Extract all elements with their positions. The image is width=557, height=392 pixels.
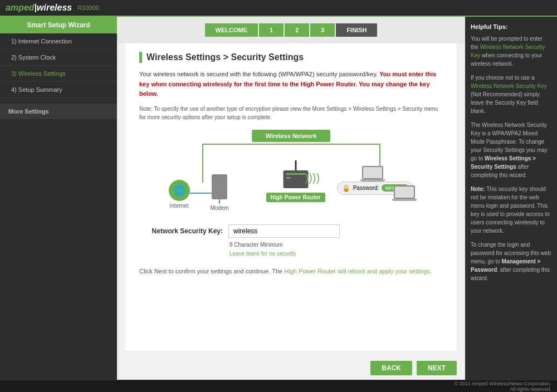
smart-setup-button[interactable]: Smart Setup Wizard xyxy=(0,17,117,33)
cable-h xyxy=(190,193,212,194)
next-button[interactable]: NEXT xyxy=(417,361,457,375)
modem-label: Modem xyxy=(211,205,229,211)
copyright: © 2011 Amped Wireless/Newo Corporation. xyxy=(455,381,551,386)
wireless-network-label: Wireless Network xyxy=(252,130,331,142)
helpful-tips-title: Helpful Tips: xyxy=(471,23,551,30)
security-key-label: Network Security Key: xyxy=(139,227,223,235)
step-1: 1 xyxy=(259,23,284,37)
form-hints: 8 Character Minimum Leave blank for no s… xyxy=(229,241,443,258)
internet-group: 🌐 Internet xyxy=(169,180,190,209)
modem-group: Modem xyxy=(211,174,229,211)
router-body xyxy=(283,170,308,188)
footer-text: © 2011 Amped Wireless/Newo Corporation. … xyxy=(455,381,551,392)
laptop-screen-2 xyxy=(394,185,415,199)
content-area: WELCOME 1 2 3 FINISH Wireless Settings >… xyxy=(117,17,465,380)
hint-min-chars: 8 Character Minimum xyxy=(229,241,443,249)
sidebar: Smart Setup Wizard 1) Internet Connectio… xyxy=(0,17,117,380)
progress-bar: WELCOME 1 2 3 FINISH xyxy=(117,17,465,43)
password-label: Password: xyxy=(353,185,379,191)
network-diagram: Wireless Network 🌐 Internet xyxy=(158,130,425,219)
title-accent-bar xyxy=(139,52,142,63)
page-content: Wireless Settings > Security Settings Yo… xyxy=(125,43,457,351)
router-port xyxy=(286,177,290,179)
security-key-input[interactable] xyxy=(228,224,340,238)
helpful-tips-panel: Helpful Tips: You will be prompted to en… xyxy=(465,17,557,380)
internet-globe-icon: 🌐 xyxy=(169,180,190,201)
router-label-container: High Power Router xyxy=(266,193,325,202)
sidebar-item-summary[interactable]: 4) Setup Summary xyxy=(0,82,117,98)
button-row: BACK NEXT xyxy=(117,356,465,380)
high-power-router-label: High Power Router xyxy=(266,193,325,202)
tip-5: To change the login and password for acc… xyxy=(471,241,551,282)
tip-1: You will be prompted to enter the Wirele… xyxy=(471,35,551,68)
page-title: Wireless Settings > Security Settings xyxy=(139,52,443,63)
note-text: Note: To specify the use of another type… xyxy=(139,105,443,121)
modem-icon xyxy=(212,174,227,199)
logo-separator: |wireless xyxy=(35,3,72,12)
diagram-h-line xyxy=(202,144,380,145)
top-bar: amped|wireless R10000 xyxy=(0,0,557,17)
step-2: 2 xyxy=(285,23,309,37)
step-welcome: WELCOME xyxy=(205,23,258,37)
laptop-1 xyxy=(360,166,385,182)
wifi-waves-icon: )))) xyxy=(305,171,320,184)
laptop-group-2 xyxy=(392,185,417,201)
rights: All rights reserved. xyxy=(455,386,551,392)
router-antenna xyxy=(295,160,296,170)
more-settings-button[interactable]: More Settings xyxy=(0,104,117,119)
main-layout: Smart Setup Wizard 1) Internet Connectio… xyxy=(0,17,557,380)
router-light xyxy=(286,173,305,175)
tip-4: Note: This security key should not be mi… xyxy=(471,185,551,235)
sidebar-item-wireless[interactable]: 3) Wireless Settings xyxy=(0,66,117,82)
sidebar-item-internet[interactable]: 1) Internet Connection xyxy=(0,33,117,50)
laptop-screen-1 xyxy=(362,166,383,179)
tip-3: The Wireless Network Security Key is a W… xyxy=(471,121,551,179)
bottom-note: Click Next to confirm your settings and … xyxy=(139,267,443,277)
sidebar-item-clock[interactable]: 2) System Clock xyxy=(0,50,117,66)
laptop-2 xyxy=(392,185,417,201)
bottom-note-highlight: High Power Router will reboot and apply … xyxy=(284,268,432,275)
model-number: R10000 xyxy=(77,4,99,11)
tip-2: If you choose not to use a Wireless Netw… xyxy=(471,74,551,115)
back-button[interactable]: BACK xyxy=(370,361,412,375)
logo: amped|wireless xyxy=(6,3,72,13)
description-text: Your wireless network is secured with th… xyxy=(139,70,443,99)
wireless-network-box: Wireless Network xyxy=(252,130,331,145)
lock-icon: 🔒 xyxy=(342,184,350,192)
footer: © 2011 Amped Wireless/Newo Corporation. … xyxy=(0,380,557,392)
hint-blank: Leave blank for no security xyxy=(229,249,443,258)
form-row: Network Security Key: xyxy=(139,224,443,238)
internet-label: Internet xyxy=(170,203,189,209)
step-finish: FINISH xyxy=(336,23,377,37)
laptop-base-2 xyxy=(392,199,417,201)
diagram-left-vline xyxy=(202,144,203,183)
step-3: 3 xyxy=(310,23,335,37)
